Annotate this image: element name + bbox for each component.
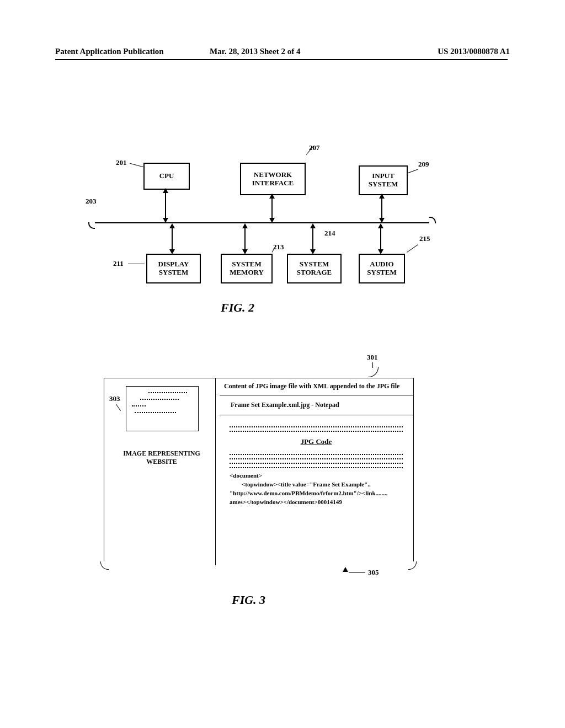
content-heading: Content of JPG image file with XML appen… [220,378,413,395]
ref-211: 211 [113,259,124,268]
lead-201 [130,163,143,167]
audio-label: AUDIO SYSTEM [367,260,396,277]
input-system-block: INPUT SYSTEM [359,165,408,195]
website-thumbnail-label: IMAGE REPRESENTING WEBSITE [118,449,206,466]
arrow-net-up [269,194,275,199]
conn-aud [380,228,381,250]
figure-2-diagram: CPU NETWORK INTERFACE INPUT SYSTEM DISPL… [88,146,441,317]
arrow-disp-up [169,223,175,228]
file-content-panel: Content of JPG image file with XML appen… [220,378,413,565]
lead-301-curve [368,367,379,377]
figure-3-diagram: 301 IMAGE REPRESENTING WEBSITE 303 Conte… [99,370,419,579]
website-thumbnail [126,386,199,431]
ref-214: 214 [324,229,335,238]
arrow-cpu-down [163,218,168,223]
storage-label: SYSTEM STORAGE [297,260,332,277]
panel-divider [215,378,216,565]
ref-301: 301 [367,353,378,362]
ref-209: 209 [418,160,429,169]
xml-snippet: <document> <topwindow><title value="Fram… [230,472,403,507]
ref-215: 215 [419,234,430,243]
conn-stor [312,228,313,250]
header-left: Patent Application Publication [55,47,164,56]
box-break-right [408,561,417,570]
display-system-block: DISPLAY SYSTEM [146,254,201,283]
arrow-mem-down [242,249,248,254]
network-label: NETWORK INTERFACE [241,171,305,188]
notepad-title: Frame Set Example.xml.jpg - Notepad [220,395,413,415]
audio-system-block: AUDIO SYSTEM [359,254,405,283]
network-interface-block: NETWORK INTERFACE [240,163,306,195]
arrow-stor-up [310,223,316,228]
conn-disp [172,228,173,250]
jpg-code-label: JPG Code [230,437,403,446]
lead-305 [349,572,365,573]
lead-209 [407,169,418,174]
display-label: DISPLAY SYSTEM [158,260,189,277]
arrow-aud-up [378,223,383,228]
ref-305: 305 [368,568,379,577]
arrow-input-down [379,218,385,223]
arrow-cpu-up [163,188,168,193]
header-center: Mar. 28, 2013 Sheet 2 of 4 [210,47,300,56]
image-thumbnail-panel: IMAGE REPRESENTING WEBSITE [104,378,214,565]
patent-figure-page: Patent Application Publication Mar. 28, … [0,0,565,728]
header-rule [55,59,508,60]
bus-break-left [88,222,95,229]
ref-303: 303 [109,394,120,403]
ref-203: 203 [86,197,97,206]
lead-215 [407,244,418,253]
arrow-stor-down [310,249,316,254]
memory-label: SYSTEM MEMORY [230,260,264,277]
fig3-caption: FIG. 3 [232,593,265,607]
conn-input [381,197,382,218]
box-break-left [100,561,109,570]
arrow-input-up [379,194,385,199]
code-area: JPG Code <document> <topwindow><title va… [220,415,413,515]
system-memory-block: SYSTEM MEMORY [221,254,273,283]
ref-207: 207 [309,143,320,152]
arrow-305 [343,567,348,572]
fig2-caption: FIG. 2 [221,301,254,315]
lead-211 [128,264,145,264]
cpu-label: CPU [159,172,174,180]
conn-cpu [165,192,166,218]
input-label: INPUT SYSTEM [369,172,398,189]
system-storage-block: SYSTEM STORAGE [287,254,342,283]
arrow-aud-down [378,249,383,254]
ref-201: 201 [116,158,127,167]
arrow-mem-up [242,223,248,228]
arrow-disp-down [169,249,175,254]
arrow-net-down [269,218,275,223]
conn-net [271,197,273,218]
bus-break-right [429,217,436,223]
conn-mem [244,228,246,250]
cpu-block: CPU [143,163,190,190]
header-right: US 2013/0080878 A1 [438,47,510,56]
